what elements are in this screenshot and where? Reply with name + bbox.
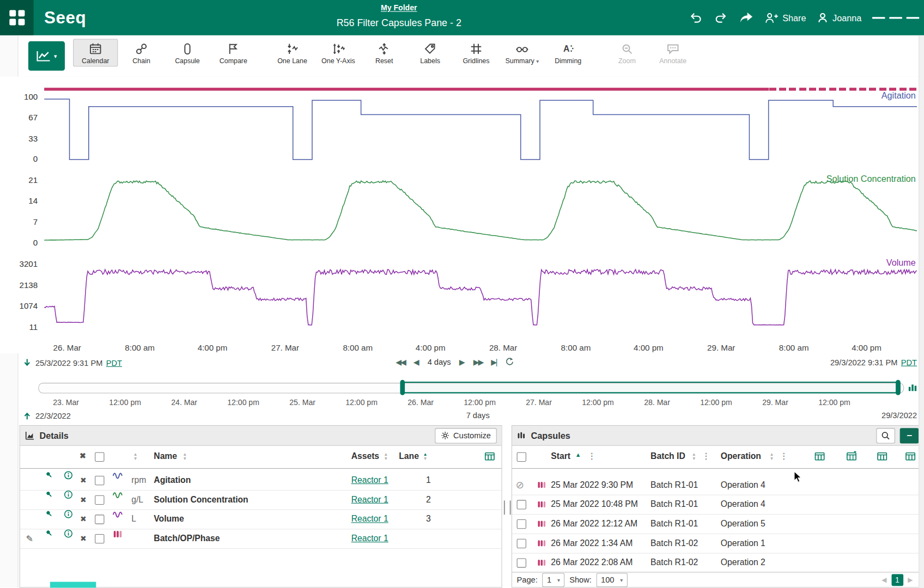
page-select[interactable]: 1▾ <box>542 573 564 587</box>
row-checkbox[interactable] <box>95 476 104 485</box>
remove-icon[interactable]: ✖ <box>80 529 87 548</box>
prev-page-icon[interactable]: ◀ <box>882 576 886 584</box>
sort-icon-lane[interactable]: ▲▼ <box>423 453 428 461</box>
capsules-zoom-button[interactable] <box>876 428 895 443</box>
pin-icon[interactable] <box>45 510 54 519</box>
info-icon[interactable] <box>64 510 73 519</box>
toolbar-button-gridlines[interactable]: Gridlines <box>454 39 499 66</box>
capsule-row[interactable]: 26 Mar 2022 2:08 AM Batch R1-02 Operatio… <box>512 553 923 573</box>
select-all-checkbox[interactable] <box>95 452 104 462</box>
vertical-scrollbar[interactable] <box>919 35 924 588</box>
column-header-name[interactable]: Name <box>154 451 177 461</box>
toolbar-button-labels[interactable]: Labels <box>408 39 452 66</box>
capsule-checkbox[interactable] <box>517 500 526 509</box>
scrubber-right-handle[interactable] <box>896 380 901 395</box>
customize-button[interactable]: Customize <box>435 428 496 443</box>
pin-icon[interactable] <box>45 529 54 538</box>
apps-grid-button[interactable] <box>0 0 34 35</box>
row-checkbox[interactable] <box>95 495 104 505</box>
asset-link[interactable]: Reactor 1 <box>351 510 388 529</box>
seeq-logo[interactable]: Seeq <box>44 8 86 28</box>
add-signal-column-icon[interactable] <box>846 451 858 462</box>
undo-icon[interactable] <box>689 10 703 24</box>
sort-icon-batch[interactable]: ▲▼ <box>692 453 696 461</box>
details-row-batch-op-phase[interactable]: ✎ ✖ Batch/OP/Phase Reactor 1 <box>20 529 502 549</box>
user-menu[interactable]: Joanna <box>817 12 861 24</box>
remove-icon[interactable]: ✖ <box>80 510 87 529</box>
toolbar-button-calendar[interactable]: Calendar <box>73 39 118 66</box>
toolbar-button-capsule[interactable]: Capsule <box>165 39 210 66</box>
next-page-icon[interactable]: ▶ <box>908 576 913 584</box>
column-header-assets[interactable]: Assets <box>351 451 379 461</box>
scrubber-left-handle[interactable] <box>400 380 405 395</box>
table-settings-icon[interactable] <box>484 451 496 462</box>
remove-all-icon[interactable]: ✖ <box>80 451 86 460</box>
redo-icon[interactable] <box>714 10 728 24</box>
hamburger-menu-icon[interactable] <box>872 14 920 21</box>
step-far-back-button[interactable]: ◀◀ <box>396 357 405 366</box>
capsule-row[interactable]: 26 Mar 2022 12:12 AM Batch R1-01 Operati… <box>512 514 923 534</box>
capsules-collapse-button[interactable]: − <box>900 428 919 443</box>
toolbar-button-one-lane[interactable]: One Lane <box>270 39 314 66</box>
step-far-forward-button[interactable]: ▶▶ <box>473 357 483 366</box>
remove-icon[interactable]: ✖ <box>80 490 87 510</box>
capsule-checkbox[interactable] <box>517 519 526 529</box>
capsule-checkbox[interactable] <box>517 539 526 548</box>
capsule-checkbox[interactable] <box>517 558 526 567</box>
column-menu-icon[interactable]: ⋮ <box>702 451 710 461</box>
panel-splitter-handle[interactable] <box>504 500 511 514</box>
toolbar-button-reset[interactable]: Reset <box>362 39 406 66</box>
asset-link[interactable]: Reactor 1 <box>351 470 388 490</box>
column-header-start[interactable]: Start <box>551 451 570 461</box>
sort-icon-operation[interactable]: ▲▼ <box>770 453 774 461</box>
auto-update-icon[interactable] <box>505 357 514 366</box>
signal-name[interactable]: Volume <box>154 510 184 529</box>
step-forward-button[interactable]: ▶ <box>459 357 465 366</box>
info-icon[interactable] <box>64 529 73 538</box>
current-page[interactable]: 1 <box>891 574 903 586</box>
signal-name[interactable]: Agitation <box>154 470 191 490</box>
show-select[interactable]: 100▾ <box>596 573 627 587</box>
breadcrumb-my-folder[interactable]: My Folder <box>381 3 417 12</box>
details-row-agitation[interactable]: ✖ rpm Agitation Reactor 1 1 <box>20 470 502 491</box>
add-condition-column-icon[interactable] <box>876 451 888 462</box>
info-icon[interactable] <box>64 470 73 480</box>
sort-icon-name[interactable]: ▲▼ <box>183 453 187 461</box>
investigate-duration[interactable]: 7 days <box>466 411 490 420</box>
column-header-batch-id[interactable]: Batch ID <box>651 451 685 461</box>
sort-icon-assets[interactable]: ▲▼ <box>384 453 388 461</box>
sort-icon[interactable]: ▲▼ <box>133 453 137 461</box>
capsule-row[interactable]: 25 Mar 2022 10:48 PM Batch R1-01 Operati… <box>512 495 923 515</box>
asset-link[interactable]: Reactor 1 <box>351 490 388 510</box>
pin-icon[interactable] <box>45 470 54 480</box>
toolbar-button-compare[interactable]: Compare <box>211 39 256 66</box>
remove-icon[interactable]: ✖ <box>80 470 87 490</box>
forward-share-icon[interactable] <box>738 10 753 24</box>
share-button[interactable]: Share <box>764 12 806 24</box>
column-menu-icon[interactable]: ⋮ <box>780 451 788 461</box>
scrubber-selected-window[interactable] <box>403 382 901 394</box>
details-row-volume[interactable]: ✖ L Volume Reactor 1 3 <box>20 510 502 530</box>
toolbar-button-dimming[interactable]: ADimming <box>546 39 591 66</box>
pin-icon[interactable] <box>45 490 54 499</box>
column-header-lane[interactable]: Lane <box>399 451 419 461</box>
timezone-link-end[interactable]: PDT <box>901 358 917 367</box>
display-pane-type-dropdown[interactable]: ▾ <box>28 41 65 71</box>
duration-selector[interactable]: 4 days <box>428 357 451 366</box>
toolbar-button-one-y-axis[interactable]: One Y-Axis <box>316 39 361 66</box>
add-stat-column-icon[interactable] <box>904 451 916 462</box>
column-header-operation[interactable]: Operation <box>721 451 761 461</box>
capsule-row[interactable]: ⊘ 25 Mar 2022 9:30 PM Batch R1-01 Operat… <box>512 475 923 495</box>
row-checkbox[interactable] <box>95 534 104 543</box>
sort-asc-icon[interactable]: ▲ <box>575 452 581 458</box>
column-menu-icon[interactable]: ⋮ <box>587 451 595 461</box>
add-properties-column-icon[interactable] <box>814 451 826 462</box>
asset-link[interactable]: Reactor 1 <box>351 529 388 548</box>
toolbar-button-chain[interactable]: Chain <box>119 39 163 66</box>
select-all-capsules-checkbox[interactable] <box>517 452 526 462</box>
row-checkbox[interactable] <box>95 514 104 524</box>
details-row-solution-concentration[interactable]: ✖ g/L Solution Concentration Reactor 1 2 <box>20 490 502 510</box>
signal-name[interactable]: Solution Concentration <box>154 490 248 510</box>
capsule-row[interactable]: 26 Mar 2022 1:34 AM Batch R1-02 Operatio… <box>512 534 923 554</box>
condition-name[interactable]: Batch/OP/Phase <box>154 529 220 548</box>
